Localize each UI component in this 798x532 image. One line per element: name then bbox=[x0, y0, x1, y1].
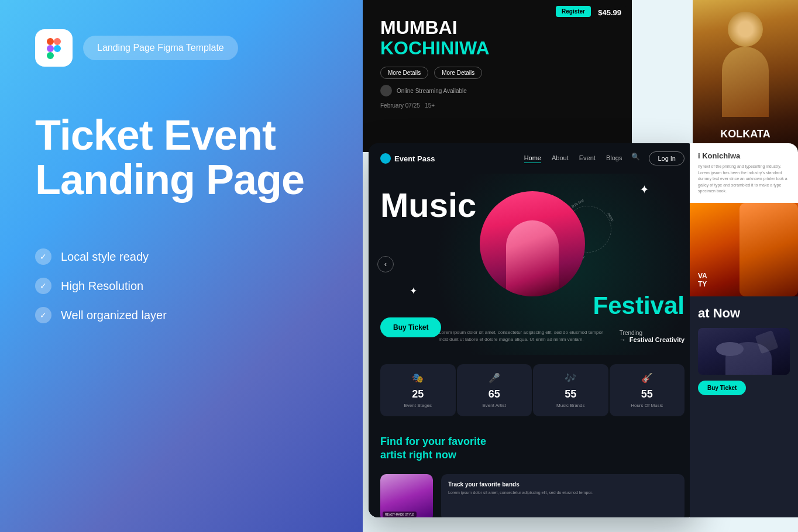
mumbai-subtitle: KOCHINIWA bbox=[380, 38, 614, 58]
stat-card-brands: 🎶 55 Music Brands bbox=[533, 364, 608, 416]
main-title: Ticket Event Landing Page bbox=[35, 113, 328, 202]
stat-card-stages: 🎭 25 Event Stages bbox=[380, 364, 456, 416]
hero-artist-circle bbox=[480, 191, 585, 296]
hero-trending: Trending → Festival Creativity bbox=[620, 330, 685, 343]
nav-logo: Event Pass bbox=[394, 154, 435, 163]
nav-link-blogs[interactable]: Blogs bbox=[606, 154, 622, 163]
svg-rect-0 bbox=[47, 38, 54, 45]
artist-thumbnail bbox=[380, 474, 433, 517]
drummer-photo bbox=[698, 328, 790, 375]
more-details-btn-2[interactable]: More Details bbox=[434, 67, 482, 79]
streaming-row: Online Streaming Available bbox=[380, 85, 614, 96]
header-row: Landing Page Figma Template bbox=[35, 29, 328, 67]
ready-made-badge: READY-MADE STYLE bbox=[383, 512, 417, 517]
feature-item-2: ✓ High Resolution bbox=[35, 278, 328, 294]
check-icon-3: ✓ bbox=[35, 307, 51, 323]
streaming-dot bbox=[380, 85, 392, 96]
nav-link-about[interactable]: About bbox=[552, 154, 569, 163]
stages-icon: 🎭 bbox=[412, 372, 424, 384]
konichiwa-card: i Konichiwa ny text of the printing and … bbox=[690, 143, 798, 203]
mumbai-card: MUMBAI KOCHINIWA More Details More Detai… bbox=[363, 0, 632, 152]
brands-label: Music Brands bbox=[556, 403, 584, 408]
price-badge: $45.99 bbox=[593, 6, 626, 19]
svg-rect-3 bbox=[54, 38, 61, 45]
at-now-card: at Now Buy Ticket bbox=[690, 296, 798, 518]
right-panel: MUMBAI KOCHINIWA More Details More Detai… bbox=[363, 0, 798, 532]
hours-icon: 🎸 bbox=[641, 372, 653, 384]
svg-rect-1 bbox=[47, 45, 54, 52]
artist-card-small: READY-MADE STYLE bbox=[380, 474, 433, 517]
hours-label: Hours Of Music bbox=[631, 403, 663, 408]
buy-ticket-button[interactable]: Buy Ticket bbox=[380, 317, 441, 337]
find-title-2: artist right now bbox=[380, 448, 685, 462]
brands-number: 55 bbox=[565, 388, 576, 400]
orange-card-text: VA TY bbox=[698, 272, 707, 288]
artist-icon: 🎤 bbox=[489, 372, 500, 384]
features-list: ✓ Local style ready ✓ High Resolution ✓ … bbox=[35, 248, 328, 323]
find-title: Find for your favorite bbox=[380, 435, 685, 448]
track-info-desc: Lorem ipsum dolor sit amet, consectetur … bbox=[448, 490, 677, 496]
kolkata-badge: KOLKATA bbox=[720, 128, 770, 140]
nav-link-event[interactable]: Event bbox=[579, 154, 596, 163]
artist-label: Event Artist bbox=[483, 403, 506, 408]
prev-arrow[interactable]: ‹ bbox=[377, 256, 394, 272]
stats-row: 🎭 25 Event Stages 🎤 65 Event Artist 🎶 55… bbox=[369, 355, 696, 426]
mumbai-title: MUMBAI bbox=[380, 18, 614, 38]
mumbai-photo: KOLKATA bbox=[693, 0, 798, 152]
konichiwa-text: ny text of the printing and typesetting … bbox=[698, 164, 790, 195]
svg-rect-2 bbox=[47, 52, 54, 59]
artist-photo bbox=[480, 191, 585, 296]
login-button[interactable]: Log In bbox=[649, 151, 685, 165]
star-icon-2: ✦ bbox=[410, 285, 417, 296]
svg-point-4 bbox=[54, 45, 61, 52]
more-details-btn-1[interactable]: More Details bbox=[380, 67, 428, 79]
register-button[interactable]: Register bbox=[556, 6, 591, 17]
at-now-title: at Now bbox=[698, 306, 790, 321]
hero-music-text: Music bbox=[380, 185, 476, 224]
track-info-card: Track your favorite bands Lorem ipsum do… bbox=[441, 474, 685, 517]
feature-item-3: ✓ Well organized layer bbox=[35, 307, 328, 323]
nav-link-home[interactable]: Home bbox=[524, 154, 541, 163]
nav-logo-dot bbox=[380, 153, 391, 164]
stages-number: 25 bbox=[412, 388, 424, 400]
mumbai-date: February 07/25 15+ bbox=[380, 102, 614, 109]
bottom-row: READY-MADE STYLE Track your favorite ban… bbox=[369, 474, 696, 517]
feature-item-1: ✓ Local style ready bbox=[35, 248, 328, 265]
mumbai-buttons: More Details More Details bbox=[380, 67, 614, 79]
check-icon-1: ✓ bbox=[35, 248, 51, 265]
brands-icon: 🎶 bbox=[565, 372, 576, 384]
figma-logo bbox=[35, 29, 73, 67]
at-now-image bbox=[698, 328, 790, 375]
trending-value: → Festival Creativity bbox=[620, 336, 685, 343]
konichiwa-title: i Konichiwa bbox=[698, 151, 790, 160]
nav-bar: Event Pass Home About Event Blogs 🔍 Log … bbox=[369, 143, 696, 174]
website-card: Event Pass Home About Event Blogs 🔍 Log … bbox=[369, 143, 696, 517]
track-info-title: Track your favorite bands bbox=[448, 481, 677, 488]
orange-concert-card: VA TY bbox=[690, 203, 798, 296]
trending-label: Trending bbox=[620, 330, 685, 336]
template-badge: Landing Page Figma Template bbox=[83, 36, 238, 60]
streaming-text: Online Streaming Available bbox=[397, 88, 467, 94]
at-now-buy-button[interactable]: Buy Ticket bbox=[698, 381, 746, 395]
star-icon-1: ✦ bbox=[639, 182, 649, 196]
find-highlight: favorite bbox=[448, 436, 486, 447]
hours-number: 55 bbox=[641, 388, 653, 400]
hero-description: Lorem ipsum dolor sit amet, consectetur … bbox=[439, 329, 608, 343]
hero-section: ‹ Music DJ's first music festival ✦ ✦ Fe… bbox=[369, 174, 696, 355]
stat-card-hours: 🎸 55 Hours Of Music bbox=[610, 364, 685, 416]
nav-links: Home About Event Blogs bbox=[524, 154, 622, 163]
left-panel: Landing Page Figma Template Ticket Event… bbox=[0, 0, 363, 532]
check-icon-2: ✓ bbox=[35, 278, 51, 294]
right-floating-panel: i Konichiwa ny text of the printing and … bbox=[690, 143, 798, 517]
stat-card-artist: 🎤 65 Event Artist bbox=[457, 364, 532, 416]
find-section: Find for your favorite artist right now bbox=[369, 426, 696, 468]
search-icon[interactable]: 🔍 bbox=[631, 153, 643, 164]
artist-number: 65 bbox=[489, 388, 500, 400]
stages-label: Event Stages bbox=[404, 403, 432, 408]
hero-festival-text: Festival bbox=[593, 292, 685, 320]
